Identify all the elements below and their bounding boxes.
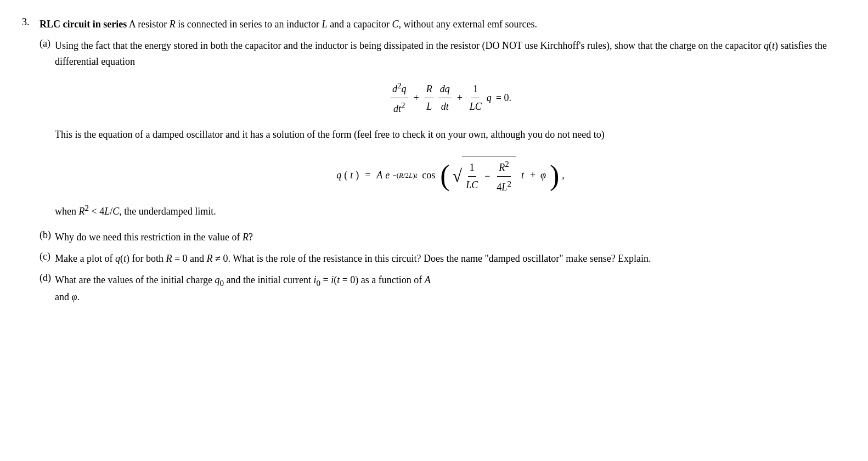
- part-b: (b) Why do we need this restriction in t…: [40, 229, 846, 245]
- plus1: +: [414, 90, 419, 106]
- problem-container: 3. RLC circuit in series A resistor R is…: [22, 16, 846, 305]
- plus-phi: +: [530, 167, 536, 183]
- title-L: L: [322, 19, 328, 30]
- frac-d2q-dt2: d2q dt2: [391, 79, 408, 117]
- part-a-condition: when R2 < 4L/C, the underdamped limit.: [55, 201, 846, 220]
- sqrt-inner: 1 LC − R2 4L2: [463, 158, 514, 195]
- plus2: +: [457, 90, 463, 106]
- part-c-label: (c): [40, 251, 55, 267]
- part-d: (d) What are the values of the initial c…: [40, 272, 846, 305]
- sqrt-content: 1 LC − R2 4L2: [462, 156, 516, 195]
- part-a-text3: This is the equation of a damped oscilla…: [55, 127, 846, 143]
- part-a: (a) Using the fact that the energy store…: [40, 38, 846, 224]
- part-a-text1: Using the fact that the energy stored in…: [55, 38, 846, 70]
- big-paren-left: (: [440, 164, 449, 187]
- problem-number: 3.: [22, 16, 40, 32]
- title-rest4: without any external emf sources.: [404, 19, 537, 30]
- part-a-content: Using the fact that the energy stored in…: [55, 38, 846, 224]
- sqrt-sign: √: [453, 167, 463, 184]
- minus-sign: −: [484, 168, 490, 184]
- problem-header: 3. RLC circuit in series A resistor R is…: [22, 16, 846, 32]
- paren-t: (: [344, 167, 347, 183]
- t-var: t: [350, 167, 353, 183]
- title-rest2: is connected in series to an inductor: [178, 19, 322, 30]
- part-c-text1: Make a plot of q(t) for both R = 0 and R…: [55, 253, 651, 264]
- equals: = 0.: [496, 90, 511, 106]
- frac-1-LC: 1 LC: [468, 81, 483, 115]
- title-bold: RLC circuit in series: [40, 19, 127, 30]
- part-b-text: Why do we need this restriction in the v…: [55, 232, 253, 243]
- q-var: q: [487, 90, 492, 106]
- title-rest: A resistor: [129, 19, 170, 30]
- part-d-second-line: and φ.: [55, 291, 80, 302]
- frac-R2-4L2: R2 4L2: [495, 158, 513, 195]
- solution-line: q ( t ) = A e −(R/2L)t cos (: [336, 156, 565, 195]
- problem-title: RLC circuit in series A resistor R is co…: [40, 16, 537, 32]
- frac-dq-dt: dq dt: [438, 81, 452, 115]
- big-paren-right: ): [550, 164, 559, 187]
- part-b-content: Why do we need this restriction in the v…: [55, 229, 846, 245]
- sqrt-wrapper: √ 1 LC − R2: [453, 156, 516, 195]
- parts-container: (a) Using the fact that the energy store…: [40, 38, 846, 305]
- eq-sign: =: [365, 167, 370, 183]
- frac-R-L: R L: [425, 81, 434, 115]
- part-c-content: Make a plot of q(t) for both R = 0 and R…: [55, 251, 846, 267]
- A-var: A: [376, 167, 382, 183]
- frac-1-LC-inner: 1 LC: [464, 160, 480, 193]
- part-d-content: What are the values of the initial charg…: [55, 272, 846, 305]
- part-d-text: What are the values of the initial charg…: [55, 274, 431, 285]
- solution-equation: q ( t ) = A e −(R/2L)t cos (: [55, 156, 846, 195]
- diff-equation: d2q dt2 + R L dq dt +: [55, 79, 846, 117]
- part-a-label: (a): [40, 38, 55, 224]
- part-d-label: (d): [40, 272, 55, 305]
- title-rest3: and a capacitor: [330, 19, 392, 30]
- phi-var: φ: [540, 167, 546, 183]
- part-b-label: (b): [40, 229, 55, 245]
- title-R: R: [170, 19, 176, 30]
- cos-label: cos: [422, 167, 435, 183]
- t-after-sqrt: t: [521, 167, 524, 183]
- qt-lhs: q: [336, 167, 341, 183]
- comma: ,: [562, 167, 565, 183]
- e-var: e: [385, 167, 390, 183]
- paren-close: ): [356, 167, 359, 183]
- part-c: (c) Make a plot of q(t) for both R = 0 a…: [40, 251, 846, 267]
- title-C: C,: [392, 19, 402, 30]
